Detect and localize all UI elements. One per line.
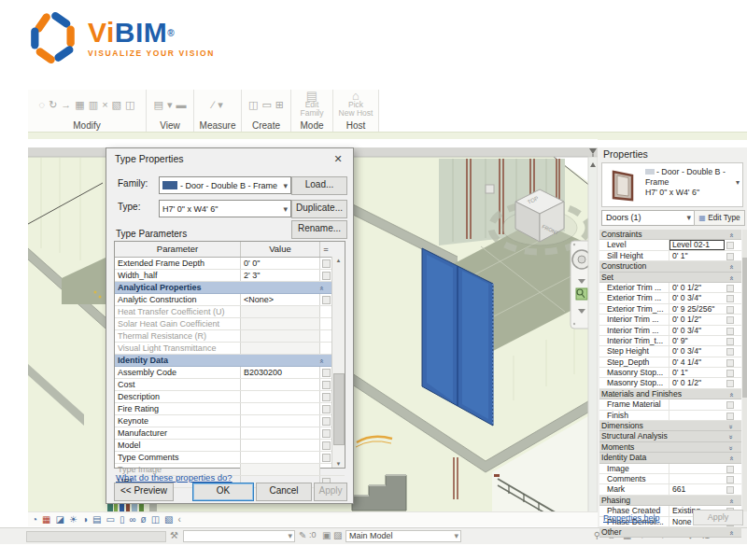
property-value[interactable] bbox=[669, 464, 725, 473]
param-value[interactable] bbox=[241, 330, 320, 342]
panel-label-create[interactable]: Create bbox=[246, 119, 287, 132]
lock-box[interactable]: « bbox=[316, 355, 327, 366]
property-row[interactable]: Interior Trim ... 0' 0 1/2" « bbox=[599, 315, 741, 325]
lock-box[interactable]: « bbox=[726, 527, 736, 537]
view-control-icon[interactable]: ◑ bbox=[82, 514, 88, 525]
lock-box[interactable]: « bbox=[725, 304, 735, 314]
edit-family-button[interactable]: ▤ Edit Family bbox=[295, 90, 329, 119]
table-row[interactable]: Thermal Resistance (R) « bbox=[115, 330, 345, 343]
param-value[interactable] bbox=[241, 318, 320, 329]
property-row[interactable]: Comments « bbox=[599, 474, 741, 484]
lock-box[interactable]: « bbox=[725, 464, 735, 473]
property-row[interactable]: Mark 661 « bbox=[599, 484, 741, 495]
property-value[interactable]: Level 02-1 bbox=[669, 240, 725, 249]
duplicate-button[interactable]: Duplicate... bbox=[291, 200, 347, 218]
param-value[interactable] bbox=[241, 427, 320, 439]
type-preview[interactable]: - Door - Double B - Frame H7' 0" x W4' 6… bbox=[601, 162, 743, 207]
scroll-thumb[interactable] bbox=[333, 373, 345, 445]
view-control-icon[interactable]: ▧ bbox=[164, 514, 173, 525]
lock-box[interactable]: « bbox=[320, 391, 331, 402]
lock-box[interactable]: « bbox=[726, 442, 736, 452]
scroll-thumb[interactable] bbox=[742, 258, 747, 398]
cancel-button[interactable]: Cancel bbox=[256, 483, 312, 501]
lock-box[interactable]: « bbox=[725, 378, 735, 387]
property-row[interactable]: Moments « bbox=[599, 442, 741, 453]
property-row[interactable]: Exterior Trim_... 0' 9 25/256" « bbox=[599, 304, 741, 315]
lock-box[interactable]: « bbox=[725, 411, 735, 420]
property-row[interactable]: Frame Material « bbox=[599, 399, 741, 410]
table-row[interactable]: Extended Frame Depth 0' 0" « bbox=[115, 258, 345, 270]
property-row[interactable]: Constraints « bbox=[599, 230, 741, 240]
property-value[interactable] bbox=[669, 399, 725, 409]
property-value[interactable]: 0' 1" bbox=[669, 368, 725, 377]
property-row[interactable]: Structural Analysis « bbox=[599, 431, 741, 441]
view-control-icon[interactable]: ◔ bbox=[32, 514, 37, 525]
property-row[interactable]: Finish « bbox=[599, 411, 741, 421]
table-row[interactable]: Visual Light Transmittance « bbox=[115, 343, 345, 355]
panel-label-measure[interactable]: Measure bbox=[198, 119, 237, 132]
property-row[interactable]: Image « bbox=[599, 464, 741, 474]
lock-box[interactable]: « bbox=[725, 399, 735, 409]
property-value[interactable]: 0' 9 25/256" bbox=[669, 304, 725, 314]
ok-button[interactable]: OK bbox=[192, 483, 254, 501]
property-value[interactable] bbox=[669, 411, 725, 420]
param-value[interactable] bbox=[241, 440, 320, 451]
property-value[interactable]: 0' 0 1/2" bbox=[669, 378, 725, 387]
property-row[interactable]: Identity Data « bbox=[599, 453, 741, 463]
property-row[interactable]: Level Level 02-1 « bbox=[599, 240, 741, 250]
property-value[interactable]: 661 bbox=[669, 484, 725, 494]
table-row[interactable]: Heat Transfer Coefficient (U) « bbox=[115, 306, 345, 318]
element-selector-combo[interactable]: Doors (1) bbox=[601, 210, 695, 226]
property-row[interactable]: Step_Depth 0' 4 1/4" « bbox=[599, 357, 741, 368]
pick-new-host-button[interactable]: ⌂ Pick New Host bbox=[337, 90, 374, 119]
param-value[interactable]: 2' 3" bbox=[241, 270, 320, 281]
property-row[interactable]: Construction « bbox=[599, 261, 741, 272]
lock-box[interactable]: « bbox=[320, 427, 331, 439]
ribbon-icon[interactable]: ◫ bbox=[248, 99, 258, 110]
lock-box[interactable]: « bbox=[725, 240, 735, 249]
workset-combo[interactable] bbox=[183, 530, 295, 542]
ribbon-icon[interactable]: ▾ bbox=[218, 99, 223, 110]
lock-box[interactable]: « bbox=[725, 368, 735, 377]
property-row[interactable]: Phasing « bbox=[599, 496, 741, 506]
ribbon-icon[interactable]: ◫ bbox=[125, 99, 134, 110]
property-value[interactable]: 0' 1" bbox=[669, 251, 725, 260]
table-row[interactable]: Identity Data « bbox=[115, 355, 345, 367]
view-control-icon[interactable]: ▭ bbox=[106, 514, 114, 525]
view-control-icon[interactable]: ∞ bbox=[129, 514, 135, 525]
ribbon-icon[interactable]: ▥ bbox=[89, 99, 98, 110]
lock-box[interactable]: « bbox=[726, 431, 736, 441]
lock-box[interactable]: « bbox=[320, 258, 331, 269]
property-row[interactable]: Other « bbox=[599, 527, 741, 538]
view-control-icon[interactable]: ▤ bbox=[92, 514, 101, 525]
table-row[interactable]: Manufacturer « bbox=[115, 427, 345, 440]
lock-box[interactable]: « bbox=[725, 336, 735, 345]
lock-box[interactable]: « bbox=[725, 293, 735, 302]
lock-box[interactable]: « bbox=[726, 273, 736, 282]
panel-label-modify[interactable]: Modify bbox=[32, 119, 142, 132]
table-row[interactable]: Width_half 2' 3" « bbox=[115, 270, 345, 282]
design-options-icon[interactable]: ▣ bbox=[322, 530, 331, 540]
table-row[interactable]: Keynote « bbox=[115, 415, 345, 427]
param-value[interactable]: 0' 0" bbox=[241, 258, 320, 269]
properties-help-link[interactable]: Properties help bbox=[603, 513, 660, 523]
load-button[interactable]: Load... bbox=[291, 176, 347, 195]
lock-box[interactable]: « bbox=[316, 282, 327, 293]
table-row[interactable]: Fire Rating « bbox=[115, 403, 345, 415]
ribbon-icon[interactable]: ∕ bbox=[212, 99, 214, 110]
table-row[interactable]: Solar Heat Gain Coefficient « bbox=[115, 318, 345, 330]
table-row[interactable]: Assembly Code B2030200 « bbox=[115, 367, 345, 379]
param-value[interactable] bbox=[241, 306, 320, 317]
lock-box[interactable]: « bbox=[320, 367, 331, 378]
lock-box[interactable]: « bbox=[725, 251, 735, 260]
family-combo[interactable]: - Door - Double B - Frame bbox=[159, 176, 291, 194]
param-value[interactable]: <None> bbox=[241, 294, 320, 305]
properties-help-link[interactable]: What do these properties do? bbox=[116, 472, 233, 483]
param-value[interactable]: B2030200 bbox=[241, 367, 320, 378]
param-value[interactable] bbox=[241, 343, 320, 354]
chevron-down-icon[interactable]: ▾ bbox=[736, 178, 740, 187]
property-row[interactable]: Dimensions « bbox=[599, 421, 741, 431]
ribbon-icon[interactable]: ▭ bbox=[261, 99, 271, 110]
design-option-combo[interactable]: Main Model bbox=[345, 530, 461, 542]
view-control-icon[interactable]: ◪ bbox=[56, 514, 64, 525]
